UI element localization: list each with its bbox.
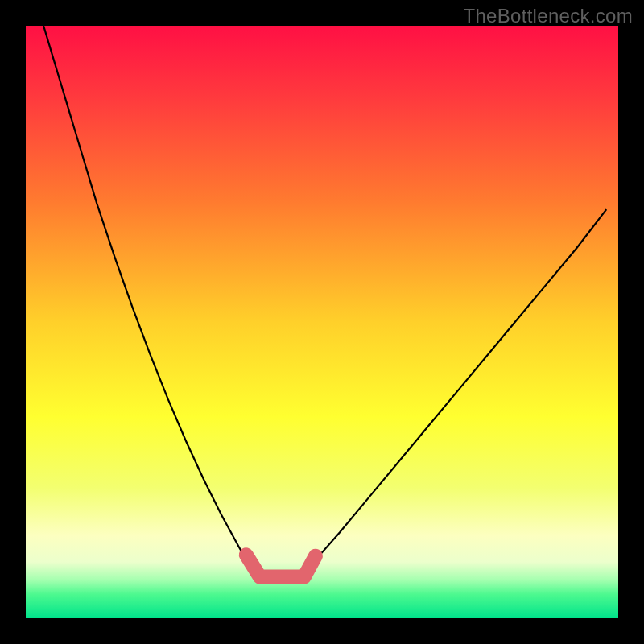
chart-stage: TheBottleneck.com	[0, 0, 644, 644]
plot-background	[26, 26, 618, 618]
chart-svg	[0, 0, 644, 644]
watermark-text: TheBottleneck.com	[463, 5, 633, 27]
